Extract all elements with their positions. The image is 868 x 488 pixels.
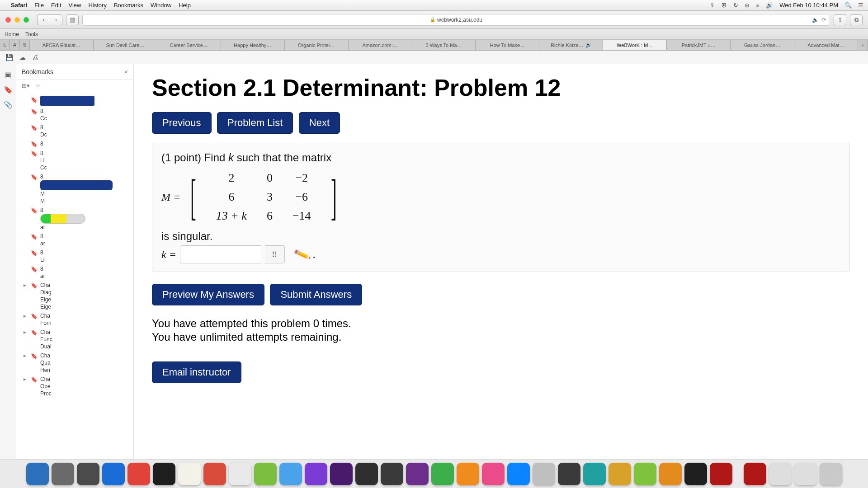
- bookmarks-filter-icon[interactable]: ☆: [35, 82, 41, 89]
- close-pane-icon[interactable]: ×: [124, 68, 128, 75]
- previous-button[interactable]: Previous: [152, 112, 212, 134]
- dock-app[interactable]: [482, 463, 505, 485]
- submit-button[interactable]: Submit Answers: [270, 284, 362, 305]
- bookmarks-view-icon[interactable]: ⊞▾: [22, 82, 30, 89]
- dock-app[interactable]: [794, 463, 817, 485]
- sidebar-button[interactable]: ▥: [66, 14, 79, 25]
- browser-tab[interactable]: 3 Ways To Ma…: [412, 40, 476, 50]
- dock-app[interactable]: [769, 463, 792, 485]
- bookmark-ribbon-icon[interactable]: 🔖: [4, 85, 13, 94]
- tab-pin-a[interactable]: A: [10, 40, 20, 50]
- dock-app[interactable]: [609, 463, 631, 485]
- dock-app[interactable]: [558, 463, 580, 485]
- bookmark-item[interactable]: ▸🔖ChaOpeProc: [21, 375, 133, 398]
- menu-view[interactable]: View: [69, 2, 81, 9]
- keypad-button[interactable]: ⠿: [265, 245, 285, 263]
- menu-file[interactable]: File: [34, 2, 44, 9]
- bookmark-item[interactable]: ▸🔖ChaQuaHerr: [21, 351, 133, 375]
- bookmark-item[interactable]: 🔖8.Li: [21, 248, 133, 264]
- bookmark-item[interactable]: ▸🔖ChaDiagEigeEige: [21, 281, 133, 311]
- shield-icon[interactable]: ⛨: [721, 2, 727, 9]
- timemachine-icon[interactable]: ↻: [733, 2, 738, 9]
- bookmark-item[interactable]: 🔖8.Dc: [21, 123, 133, 139]
- cloud-icon[interactable]: ☁︎: [19, 54, 26, 61]
- dock-app[interactable]: [684, 463, 707, 485]
- dock-app[interactable]: [820, 463, 842, 485]
- share-button[interactable]: ⇪: [834, 14, 846, 25]
- tabs-button[interactable]: ⧉: [850, 14, 863, 25]
- browser-tab[interactable]: How To Make…: [476, 40, 539, 50]
- new-tab-button[interactable]: ＋: [858, 40, 868, 50]
- email-instructor-button[interactable]: Email instructor: [152, 361, 241, 383]
- wifi-icon[interactable]: ⏚: [756, 2, 760, 9]
- dock-app[interactable]: [330, 463, 353, 485]
- browser-tab[interactable]: WeBWorK : M…: [603, 40, 667, 50]
- dock-app[interactable]: [279, 463, 302, 485]
- bookmark-item[interactable]: 🔖8.: [21, 139, 133, 149]
- dock-app[interactable]: [533, 463, 555, 485]
- menu-edit[interactable]: Edit: [51, 2, 61, 9]
- attachments-icon[interactable]: 📎: [4, 100, 13, 109]
- bookmark-item[interactable]: 🔖8.LiCc: [21, 149, 133, 172]
- browser-tab[interactable]: Organic Protei…: [285, 40, 349, 50]
- bookmark-item[interactable]: ▸🔖ChaFuncDual: [21, 328, 133, 351]
- menu-icon[interactable]: ☰: [858, 2, 863, 9]
- dock-app[interactable]: [634, 463, 656, 485]
- dock-app[interactable]: [355, 463, 378, 485]
- browser-tab[interactable]: Gauss-Jordan…: [731, 40, 794, 50]
- dock-app[interactable]: [254, 463, 277, 485]
- browser-tab[interactable]: Career Service…: [157, 40, 221, 50]
- reader-icon[interactable]: 🔈: [812, 17, 819, 23]
- dock-app[interactable]: [26, 463, 49, 485]
- thumbnails-icon[interactable]: ▣: [5, 70, 11, 79]
- menubar-clock[interactable]: Wed Feb 10 10:44 PM: [779, 2, 838, 9]
- menu-history[interactable]: History: [88, 2, 106, 9]
- browser-tab[interactable]: Sun Devil Care…: [94, 40, 157, 50]
- dock-app[interactable]: [457, 463, 479, 485]
- print-icon[interactable]: 🖨: [32, 54, 38, 61]
- dock-app[interactable]: [153, 463, 175, 485]
- answer-input[interactable]: [180, 245, 261, 263]
- dock-app[interactable]: [381, 463, 403, 485]
- menu-window[interactable]: Window: [151, 2, 171, 9]
- browser-tab[interactable]: AFCEA Educat…: [30, 40, 94, 50]
- dock-app[interactable]: [127, 463, 150, 485]
- window-controls[interactable]: [5, 17, 29, 23]
- dock-app[interactable]: [102, 463, 125, 485]
- dock-app[interactable]: [659, 463, 682, 485]
- dock-app[interactable]: [52, 463, 74, 485]
- bookmark-item[interactable]: 🔖: [21, 95, 133, 107]
- dock-app[interactable]: [583, 463, 606, 485]
- bookmark-item[interactable]: 🔖8.ar: [21, 206, 133, 232]
- toolbar-home[interactable]: Home: [5, 31, 19, 38]
- bookmark-item[interactable]: 🔖8.ar: [21, 264, 133, 281]
- dock-app[interactable]: [744, 463, 766, 485]
- volume-icon[interactable]: 🔊: [766, 2, 773, 9]
- app-name[interactable]: Safari: [11, 2, 27, 9]
- tab-pin-l[interactable]: L: [0, 40, 10, 50]
- back-button[interactable]: ‹: [37, 14, 50, 25]
- forward-button[interactable]: ›: [50, 14, 62, 25]
- dock-app[interactable]: [710, 463, 732, 485]
- next-button[interactable]: Next: [299, 112, 340, 134]
- browser-tab[interactable]: Amazon.com:…: [349, 40, 412, 50]
- save-icon[interactable]: 💾: [5, 54, 13, 61]
- browser-tab[interactable]: PatrickJMT »…: [667, 40, 731, 50]
- minimize-icon[interactable]: [14, 17, 20, 23]
- dock-app[interactable]: [203, 463, 226, 485]
- bookmark-item[interactable]: 🔖8.ar: [21, 232, 133, 248]
- dock-app[interactable]: [77, 463, 99, 485]
- problem-list-button[interactable]: Problem List: [217, 112, 293, 134]
- browser-tab[interactable]: Advanced Mat…: [794, 40, 858, 50]
- address-bar[interactable]: 🔒 webwork2.asu.edu 🔈 ⟳: [82, 14, 830, 26]
- reload-icon[interactable]: ⟳: [821, 17, 826, 23]
- dock-app[interactable]: [431, 463, 454, 485]
- close-icon[interactable]: [5, 17, 11, 23]
- bookmark-item[interactable]: ▸🔖ChaForn: [21, 311, 133, 328]
- dock-app[interactable]: [305, 463, 327, 485]
- pencil-icon[interactable]: ✏️: [293, 245, 311, 263]
- airdrop-icon[interactable]: ⊕: [745, 2, 750, 9]
- toolbar-tools[interactable]: Tools: [25, 31, 38, 38]
- dock-app[interactable]: [178, 463, 201, 485]
- menu-bookmarks[interactable]: Bookmarks: [114, 2, 143, 9]
